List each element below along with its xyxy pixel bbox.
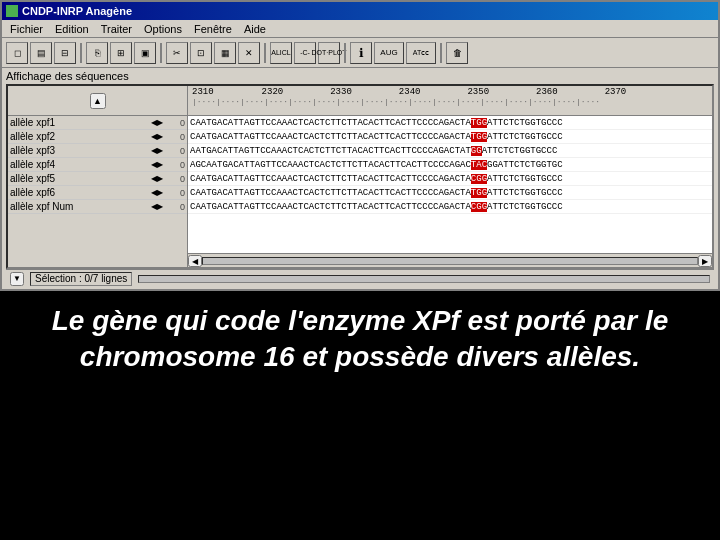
status-bar: ▼ Sélection : 0/7 lignes — [6, 269, 714, 287]
scroll-down-button[interactable]: ▼ — [10, 272, 24, 286]
seq-name: allèle xpf3 — [10, 145, 149, 156]
cut-button[interactable]: ✂ — [166, 42, 188, 64]
list-item[interactable]: allèle xpf1 ◀▶ 0 — [8, 116, 187, 130]
menu-bar: Fichier Edition Traiter Options Fenêtre … — [2, 20, 718, 38]
overlay-text: Le gène qui code l'enzyme XPf est porté … — [52, 305, 669, 372]
table-row[interactable]: AATGACATTAGTTCCAAACTCACTCTTCTTACACTTCACT… — [188, 144, 712, 158]
sequence-text-4: AGCAATGACATTAGTTCCAAACTCACTCTTCTTACACTTC… — [188, 160, 563, 170]
dotplot-button[interactable]: DOT·PLOT — [318, 42, 340, 64]
table-row[interactable]: CAATGACATTAGTTCCAAACTCACTCTTCTTACACTTCAC… — [188, 200, 712, 214]
menu-edition[interactable]: Edition — [49, 22, 95, 36]
print-button[interactable]: ▣ — [134, 42, 156, 64]
selection-status: Sélection : 0/7 lignes — [30, 272, 132, 286]
table-row[interactable]: CAATGACATTAGTTCCAAACTCACTCTTCTTACACTTCAC… — [188, 130, 712, 144]
ruler-pos-6: 2360 — [536, 87, 558, 97]
list-item[interactable]: allèle xpf5 ◀▶ 0 — [8, 172, 187, 186]
sequence-text-7: CAATGACATTAGTTCCAAACTCACTCTTCTTACACTTCAC… — [188, 202, 563, 212]
sequence-data-area: 2310 2320 2330 2340 2350 2360 2370 |····… — [188, 86, 712, 267]
sequence-text-3: AATGACATTAGTTCCAAACTCACTCTTCTTACACTTCACT… — [188, 146, 557, 156]
seq-num: 0 — [165, 188, 185, 198]
direction-arrows: ◀▶ — [151, 118, 163, 127]
sequence-text-5: CAATGACATTAGTTCCAAACTCACTCTTCTTACACTTCAC… — [188, 174, 563, 184]
info-button[interactable]: ℹ — [350, 42, 372, 64]
paste-button-2[interactable]: ▦ — [214, 42, 236, 64]
list-item[interactable]: allèle xpf4 ◀▶ 0 — [8, 158, 187, 172]
seq-num: 0 — [165, 160, 185, 170]
ruler-pos-3: 2330 — [330, 87, 352, 97]
sequence-text-1: CAATGACATTAGTTCCAAACTCACTCTTCTTACACTTCAC… — [188, 118, 563, 128]
sequence-container: Affichage des séquences ▲ allèle xpf1 ◀▶… — [2, 68, 718, 289]
sequence-text-2: CAATGACATTAGTTCCAAACTCACTCTTCTTACACTTCAC… — [188, 132, 563, 142]
menu-traiter[interactable]: Traiter — [95, 22, 138, 36]
title-bar: CNDP-INRP Anagène — [2, 2, 718, 20]
scroll-right-button[interactable]: ▶ — [698, 255, 712, 267]
toolbar-separator-5 — [440, 43, 442, 63]
save-button[interactable]: ⊟ — [54, 42, 76, 64]
ruler-pos-1: 2310 — [192, 87, 214, 97]
table-row[interactable]: CAATGACATTAGTTCCAAACTCACTCTTCTTACACTTCAC… — [188, 116, 712, 130]
direction-arrows: ◀▶ — [151, 202, 163, 211]
atcc-button[interactable]: ATᴄᴄ — [406, 42, 436, 64]
seq-num: 0 — [165, 174, 185, 184]
seq-num: 0 — [165, 202, 185, 212]
application-window: CNDP-INRP Anagène Fichier Edition Traite… — [0, 0, 720, 291]
table-row[interactable]: CAATGACATTAGTTCCAAACTCACTCTTCTTACACTTCAC… — [188, 186, 712, 200]
sequence-text-6: CAATGACATTAGTTCCAAACTCACTCTTCTTACACTTCAC… — [188, 188, 563, 198]
seq-num: 0 — [165, 146, 185, 156]
direction-arrows: ◀▶ — [151, 146, 163, 155]
list-item[interactable]: allèle xpf6 ◀▶ 0 — [8, 186, 187, 200]
copy-button-1[interactable]: ⎘ — [86, 42, 108, 64]
seq-name: allèle xpf4 — [10, 159, 149, 170]
ruler-pos-7: 2370 — [605, 87, 627, 97]
scroll-left-button[interactable]: ◀ — [188, 255, 202, 267]
selection-text: Sélection : 0/7 lignes — [35, 273, 127, 284]
table-row[interactable]: CAATGACATTAGTTCCAAACTCACTCTTCTTACACTTCAC… — [188, 172, 712, 186]
seq-name: allèle xpf1 — [10, 117, 149, 128]
table-row[interactable]: AGCAATGACATTAGTTCCAAACTCACTCTTCTTACACTTC… — [188, 158, 712, 172]
scroll-up-button[interactable]: ▲ — [90, 93, 106, 109]
direction-arrows: ◀▶ — [151, 174, 163, 183]
seq-num: 0 — [165, 132, 185, 142]
toolbar-separator-3 — [264, 43, 266, 63]
name-header: ▲ — [8, 86, 187, 116]
seq-num: 0 — [165, 118, 185, 128]
ruler-pos-2: 2320 — [262, 87, 284, 97]
overlay-panel: Le gène qui code l'enzyme XPf est porté … — [0, 291, 720, 388]
toolbar: ◻ ▤ ⊟ ⎘ ⊞ ▣ ✂ ⊡ ▦ ✕ ALICL -C- DOT·PLOT ℹ… — [2, 38, 718, 68]
status-scrollbar[interactable] — [138, 275, 710, 283]
seq-name: allèle xpf6 — [10, 187, 149, 198]
list-item[interactable]: allèle xpf3 ◀▶ 0 — [8, 144, 187, 158]
copy-button-2[interactable]: ⊞ — [110, 42, 132, 64]
menu-aide[interactable]: Aide — [238, 22, 272, 36]
sequence-label: Affichage des séquences — [6, 70, 714, 82]
app-icon — [6, 5, 18, 17]
new-button[interactable]: ◻ — [6, 42, 28, 64]
sequence-ruler: 2310 2320 2330 2340 2350 2360 2370 |····… — [188, 86, 712, 116]
toolbar-separator-4 — [344, 43, 346, 63]
ruler-pos-5: 2350 — [467, 87, 489, 97]
ruler-pos-4: 2340 — [399, 87, 421, 97]
delete-button[interactable]: ✕ — [238, 42, 260, 64]
menu-fichier[interactable]: Fichier — [4, 22, 49, 36]
list-item[interactable]: allèle xpf2 ◀▶ 0 — [8, 130, 187, 144]
align-button-1[interactable]: ALICL — [270, 42, 292, 64]
menu-options[interactable]: Options — [138, 22, 188, 36]
ruler-ticks: |····|····|····|····|····|····|····|····… — [192, 97, 600, 106]
direction-arrows: ◀▶ — [151, 132, 163, 141]
paste-button-1[interactable]: ⊡ — [190, 42, 212, 64]
toolbar-separator-2 — [160, 43, 162, 63]
toolbar-separator-1 — [80, 43, 82, 63]
aug-button[interactable]: AUG — [374, 42, 404, 64]
trash-button[interactable]: 🗑 — [446, 42, 468, 64]
open-button[interactable]: ▤ — [30, 42, 52, 64]
list-item[interactable]: allèle xpf Num ◀▶ 0 — [8, 200, 187, 214]
direction-arrows: ◀▶ — [151, 160, 163, 169]
sequence-data: CAATGACATTAGTTCCAAACTCACTCTTCTTACACTTCAC… — [188, 116, 712, 253]
seq-name: allèle xpf Num — [10, 201, 149, 212]
seq-name: allèle xpf2 — [10, 131, 149, 142]
horizontal-scrollbar[interactable]: ◀ ▶ — [188, 253, 712, 267]
seq-name: allèle xpf5 — [10, 173, 149, 184]
direction-arrows: ◀▶ — [151, 188, 163, 197]
window-title: CNDP-INRP Anagène — [22, 5, 132, 17]
menu-fenetre[interactable]: Fenêtre — [188, 22, 238, 36]
